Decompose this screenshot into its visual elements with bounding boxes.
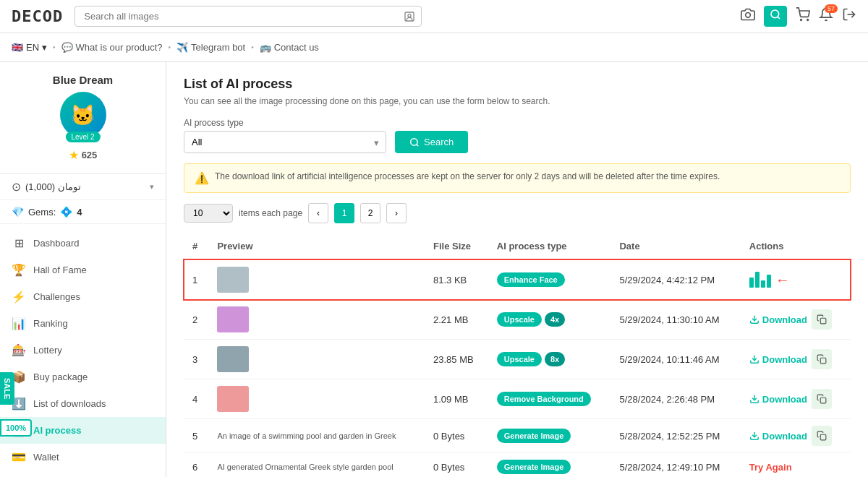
wallet-icon: 💳 [12,450,26,464]
col-header-date: Date [610,233,740,259]
col-header-filesize: File Size [425,233,488,259]
copy-link-button[interactable] [812,309,832,330]
cell-actions: Download [741,340,851,379]
page-1-btn[interactable]: 1 [334,203,354,223]
cell-num: 5 [184,419,208,453]
nav-product-link[interactable]: 💬 What is our product? [61,42,163,53]
sidebar-username: Blue Dream [12,74,154,86]
cell-process-type: Enhance Face [488,259,611,300]
logo: DECOD [12,7,63,25]
per-page-label: items each page [239,208,302,218]
gems-count: 4 [77,207,82,218]
process-type-select[interactable]: All Enhance Face Upscale Remove Backgrou… [184,131,386,153]
cell-filesize: 23.85 MB [425,340,488,379]
cell-filesize: 1.09 MB [425,379,488,419]
cell-filesize: 2.21 MB [425,300,488,340]
level-badge: Level 2 [65,132,100,142]
floating-sale-badge[interactable]: SALE [0,372,14,405]
download-button[interactable]: Download [749,354,807,365]
cell-num: 2 [184,300,208,340]
try-again-button[interactable]: Try Again [749,462,792,473]
cell-preview [208,259,425,300]
next-page-btn[interactable]: › [386,203,407,223]
sidebar-item-label: Dashboard [33,238,80,249]
process-type-select-wrap: All Enhance Face Upscale Remove Backgrou… [184,131,386,153]
sidebar-item-label: Lottery [33,345,62,356]
cell-filesize: 0 Bytes [425,453,488,478]
sidebar-item-ranking[interactable]: 📊 Ranking [0,310,166,337]
sidebar-item-label: List of downloads [33,398,106,409]
search-icon-btn[interactable] [764,6,787,27]
dashboard-icon: ⊞ [12,236,26,250]
cell-date: 5/29/2024, 11:30:10 AM [610,300,740,340]
preview-text: An image of a swimming pool and garden i… [217,431,396,440]
lottery-icon: 🎰 [12,343,26,357]
nav-dot-1: • [53,43,56,51]
copy-link-button[interactable] [812,426,832,446]
star-count: 625 [82,150,98,160]
lang-selector[interactable]: 🇬🇧 EN ▾ [12,42,47,53]
svg-rect-17 [820,434,826,440]
per-page-select[interactable]: 10 20 50 [184,204,233,223]
cell-filesize: 81.3 KB [425,259,488,300]
lang-label: EN [26,42,39,53]
cell-num: 1 [184,259,208,300]
sidebar-item-list-of-downloads[interactable]: ⬇️ List of downloads [0,390,166,417]
gem-icon-2: 💠 [60,206,72,218]
logout-icon-btn[interactable] [842,7,856,25]
download-button[interactable]: Download [749,394,807,405]
col-header-preview: Preview [208,233,425,259]
table-row: 6AI generated Ornamental Greek style gar… [184,453,851,478]
action-buttons: Download [749,309,842,330]
sidebar-balance[interactable]: ⊙ (1,000) تومان ▾ [0,174,166,200]
preview-text: AI generated Ornamental Greek style gard… [217,463,393,471]
sidebar-item-lottery[interactable]: 🎰 Lottery [0,337,166,364]
download-button[interactable]: Download [749,431,807,442]
search-bar [75,6,422,27]
bell-icon-btn[interactable]: 57 [819,7,833,25]
search-button[interactable]: Search [395,131,468,153]
cell-actions: Download [741,300,851,340]
search-btn-label: Search [424,137,454,147]
image-search-icon-btn[interactable] [397,6,422,27]
sidebar-item-challenges[interactable]: ⚡ Challenges [0,283,166,310]
sidebar-item-dashboard[interactable]: ⊞ Dashboard [0,230,166,257]
cell-actions: Download [741,379,851,419]
sidebar-item-wallet[interactable]: 💳 Wallet [0,444,166,470]
navbar: 🇬🇧 EN ▾ • 💬 What is our product? • ✈️ Te… [0,33,868,62]
nav-contact-link[interactable]: 🚌 Contact us [260,42,319,53]
gems-row: 💎 Gems: 💠 4 [0,200,166,224]
gems-label: Gems: [28,207,56,218]
cell-date: 5/28/2024, 12:49:10 PM [610,453,740,478]
svg-rect-11 [820,318,826,324]
prev-page-btn[interactable]: ‹ [308,203,328,223]
svg-point-5 [801,20,802,21]
process-tag-multiplier: 8x [545,352,565,366]
nav-telegram-link[interactable]: ✈️ Telegram bot [176,42,245,53]
download-button[interactable]: Download [749,314,807,325]
cell-process-type: Generate Image [488,419,611,453]
page-2-btn[interactable]: 2 [360,203,380,223]
sidebar-item-hall-of-fame[interactable]: 🏆 Hall of Fame [0,257,166,283]
nav-dot-3: • [251,43,254,51]
process-tag: Enhance Face [497,272,565,287]
cell-preview [208,340,425,379]
cart-icon-btn[interactable] [796,7,810,25]
bar-chart-icon[interactable] [749,272,771,288]
sidebar-item-buy-package[interactable]: 📦 Buy package [0,364,166,390]
page-title: List of AI process [184,77,851,92]
search-input[interactable] [75,6,422,27]
cell-filesize: 0 Bytes [425,419,488,453]
svg-rect-13 [820,358,826,364]
sidebar-item-search-images[interactable]: 🔍 Search images [0,470,166,477]
copy-link-button[interactable] [812,389,832,409]
camera-icon-btn[interactable] [741,7,755,25]
nav-contact-label: Contact us [274,42,319,53]
cell-process-type: Upscale4x [488,300,611,340]
svg-point-3 [771,10,779,18]
copy-link-button[interactable] [812,349,832,369]
svg-point-1 [408,14,411,17]
nav-telegram-label: Telegram bot [191,42,245,53]
balance-chevron: ▾ [150,182,154,192]
lang-chevron: ▾ [42,42,47,53]
